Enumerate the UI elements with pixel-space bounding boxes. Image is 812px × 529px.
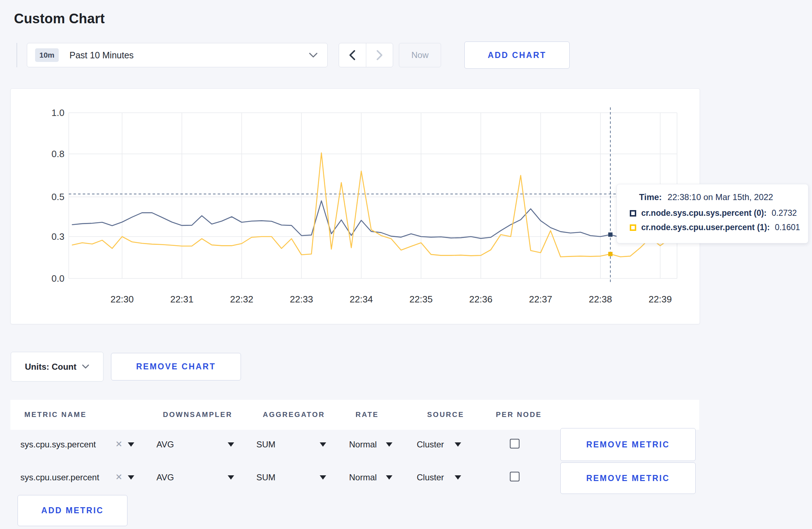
tooltip-series-value: 0.1601 <box>775 223 800 232</box>
source-select[interactable]: Cluster <box>417 440 444 450</box>
chevron-left-icon <box>349 50 356 60</box>
rate-select[interactable]: Normal <box>349 472 377 482</box>
page-title: Custom Chart <box>14 11 105 26</box>
dropdown-arrow-icon[interactable] <box>386 475 392 480</box>
header-downsampler: DOWNSAMPLER <box>163 411 232 419</box>
dropdown-arrow-icon[interactable] <box>228 475 234 480</box>
tooltip-series-row: cr.node.sys.cpu.sys.percent (0): 0.2732 <box>630 208 808 218</box>
metric-name-select[interactable]: sys.cpu.user.percent <box>20 472 99 482</box>
dropdown-arrow-icon[interactable] <box>386 442 392 447</box>
remove-metric-button[interactable]: REMOVE METRIC <box>560 428 696 461</box>
dropdown-arrow-icon[interactable] <box>128 442 134 447</box>
header-aggregator: AGGREGATOR <box>263 411 325 419</box>
downsampler-select[interactable]: AVG <box>156 440 174 450</box>
header-per-node: PER NODE <box>496 411 542 419</box>
dropdown-arrow-icon[interactable] <box>320 475 326 480</box>
metric-row: sys.cpu.sys.percent ✕ AVG SUM Normal Clu… <box>0 428 812 461</box>
next-range-button[interactable] <box>366 43 393 67</box>
metric-name-select[interactable]: sys.cpu.sys.percent <box>20 440 96 450</box>
metrics-table-header: METRIC NAME DOWNSAMPLER AGGREGATOR RATE … <box>10 400 699 430</box>
chevron-down-icon <box>309 52 318 58</box>
time-range-select[interactable]: 10m Past 10 Minutes <box>27 43 328 67</box>
header-rate: RATE <box>356 411 379 419</box>
prev-range-button[interactable] <box>339 43 366 67</box>
time-range-label: Past 10 Minutes <box>69 50 134 60</box>
chevron-right-icon <box>376 50 383 60</box>
units-select[interactable]: Units: Count <box>11 352 103 382</box>
user-series-swatch-icon <box>630 224 636 231</box>
remove-metric-button[interactable]: REMOVE METRIC <box>560 462 696 494</box>
header-source: SOURCE <box>427 411 464 419</box>
dropdown-arrow-icon[interactable] <box>455 442 461 447</box>
time-range-badge: 10m <box>35 48 59 62</box>
add-chart-button[interactable]: ADD CHART <box>464 42 570 69</box>
dropdown-arrow-icon[interactable] <box>228 442 234 447</box>
toolbar-divider <box>16 43 17 67</box>
rate-select[interactable]: Normal <box>349 440 377 450</box>
tooltip-time-row: Time:22:38:10 on Mar 15th, 2022 <box>639 192 808 202</box>
clear-metric-icon[interactable]: ✕ <box>115 472 122 482</box>
units-label: Units: Count <box>25 362 77 372</box>
chart-tooltip: Time:22:38:10 on Mar 15th, 2022 cr.node.… <box>617 184 808 243</box>
header-metric-name: METRIC NAME <box>24 411 87 419</box>
remove-chart-button[interactable]: REMOVE CHART <box>111 353 241 380</box>
tooltip-series-value: 0.2732 <box>772 208 797 218</box>
tooltip-series-name: cr.node.sys.cpu.sys.percent (0): <box>641 208 767 218</box>
dropdown-arrow-icon[interactable] <box>320 442 326 447</box>
per-node-checkbox[interactable] <box>510 439 519 448</box>
add-metric-button[interactable]: ADD METRIC <box>18 495 127 526</box>
aggregator-select[interactable]: SUM <box>256 440 275 450</box>
tooltip-time-value: 22:38:10 on Mar 15th, 2022 <box>668 192 773 202</box>
per-node-checkbox[interactable] <box>510 472 519 481</box>
sys-series-swatch-icon <box>630 210 636 217</box>
aggregator-select[interactable]: SUM <box>256 472 275 482</box>
now-button[interactable]: Now <box>399 43 441 67</box>
metric-row: sys.cpu.user.percent ✕ AVG SUM Normal Cl… <box>0 462 812 495</box>
clear-metric-icon[interactable]: ✕ <box>115 439 122 449</box>
dropdown-arrow-icon[interactable] <box>128 475 134 480</box>
source-select[interactable]: Cluster <box>417 472 444 482</box>
tooltip-series-row: cr.node.sys.cpu.user.percent (1): 0.1601 <box>630 223 808 232</box>
tooltip-series-name: cr.node.sys.cpu.user.percent (1): <box>641 223 770 232</box>
chevron-down-icon <box>82 364 89 369</box>
chart-hover-area[interactable] <box>69 113 677 278</box>
downsampler-select[interactable]: AVG <box>156 472 174 482</box>
time-pager <box>339 43 393 67</box>
tooltip-time-label: Time: <box>639 192 662 202</box>
dropdown-arrow-icon[interactable] <box>455 475 461 480</box>
